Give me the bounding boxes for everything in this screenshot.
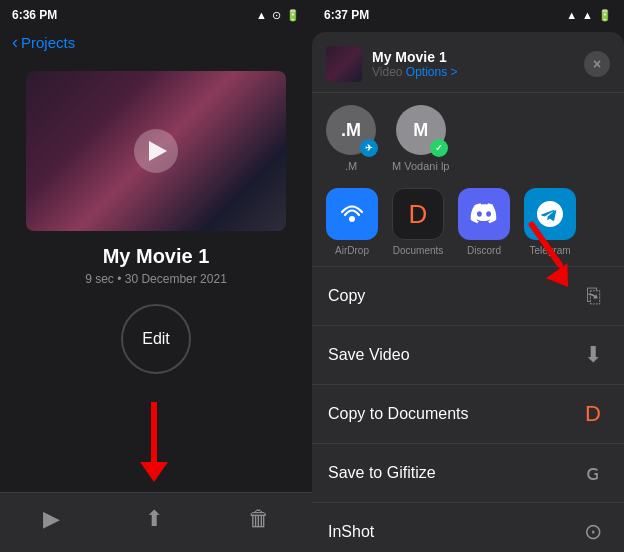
options-link[interactable]: Options > <box>406 65 458 79</box>
contact-avatar-mv: M ✓ <box>396 105 446 155</box>
contact-avatar-m: .M ✈ <box>326 105 376 155</box>
share-title-block: My Movie 1 Video Options > <box>326 46 458 82</box>
signal-icon: ▲ <box>256 9 267 21</box>
app-row: AirDrop D Documents Discord <box>312 180 624 267</box>
action-list: Copy ⎘ Save Video ⬇ Copy to Documents D … <box>312 267 624 552</box>
contact-label-m: .M <box>345 160 357 172</box>
play-toolbar-icon[interactable]: ▶ <box>43 506 60 532</box>
arrow-head <box>140 462 168 482</box>
arrow-shaft <box>151 402 157 462</box>
action-inshot-label: InShot <box>328 523 374 541</box>
share-sheet: My Movie 1 Video Options > × .M ✈ .M <box>312 32 624 552</box>
back-button[interactable]: ‹ Projects <box>12 32 75 53</box>
bottom-toolbar: ▶ ⬆ 🗑 <box>0 492 312 552</box>
nav-bar-left: ‹ Projects <box>0 28 312 61</box>
gifitize-icon: ɢ <box>586 460 600 486</box>
arrow-down-indicator <box>140 402 168 482</box>
contacts-row: .M ✈ .M M ✓ M Vodani lp <box>312 93 624 180</box>
status-bar-left: 6:36 PM ▲ ⊙ 🔋 <box>0 0 312 28</box>
inshot-icon-wrap: ⊙ <box>578 517 608 547</box>
close-button[interactable]: × <box>584 51 610 77</box>
app-item-airdrop[interactable]: AirDrop <box>326 188 378 256</box>
edit-button[interactable]: Edit <box>121 304 191 374</box>
share-title-text: My Movie 1 Video Options > <box>372 49 458 79</box>
action-inshot[interactable]: InShot ⊙ <box>312 503 624 552</box>
inshot-icon: ⊙ <box>584 519 602 545</box>
share-header: My Movie 1 Video Options > × <box>312 32 624 93</box>
video-thumbnail[interactable] <box>26 71 286 231</box>
edit-button-wrap: Edit <box>0 304 312 374</box>
right-panel: 6:37 PM ▲ ▲ 🔋 My Movie 1 Video Options >… <box>312 0 624 552</box>
copy-icon-wrap: ⎘ <box>578 281 608 311</box>
copy-docs-icon: D <box>585 401 601 427</box>
back-label: Projects <box>21 34 75 51</box>
app-item-documents[interactable]: D Documents <box>392 188 444 256</box>
airdrop-svg <box>338 200 366 228</box>
save-video-icon: ⬇ <box>584 342 602 368</box>
battery-icon-r: 🔋 <box>598 9 612 22</box>
action-gifitize[interactable]: Save to Gifitize ɢ <box>312 444 624 503</box>
discord-icon <box>458 188 510 240</box>
airdrop-label: AirDrop <box>335 245 369 256</box>
action-save-video[interactable]: Save Video ⬇ <box>312 326 624 385</box>
documents-icon-glyph: D <box>409 199 428 230</box>
delete-toolbar-icon[interactable]: 🗑 <box>248 506 270 532</box>
svg-point-0 <box>349 216 355 222</box>
share-toolbar-icon[interactable]: ⬆ <box>145 506 163 532</box>
documents-icon: D <box>392 188 444 240</box>
telegram-badge: ✈ <box>360 139 378 157</box>
contact-initials-mv: M <box>413 120 428 141</box>
discord-svg <box>470 203 498 225</box>
contact-initials-m: .M <box>341 120 361 141</box>
status-bar-right: 6:37 PM ▲ ▲ 🔋 <box>312 0 624 28</box>
airdrop-icon <box>326 188 378 240</box>
action-copy-documents[interactable]: Copy to Documents D <box>312 385 624 444</box>
video-label: Video <box>372 65 402 79</box>
time-right: 6:37 PM <box>324 8 369 22</box>
documents-label: Documents <box>393 245 444 256</box>
action-copy-label: Copy <box>328 287 365 305</box>
action-copy-documents-label: Copy to Documents <box>328 405 469 423</box>
signal-icon-r: ▲ <box>566 9 577 21</box>
status-icons-right: ▲ ▲ 🔋 <box>566 9 612 22</box>
battery-icon: 🔋 <box>286 9 300 22</box>
movie-title-left: My Movie 1 <box>0 245 312 268</box>
wifi-icon: ⊙ <box>272 9 281 22</box>
left-panel: 6:36 PM ▲ ⊙ 🔋 ‹ Projects My Movie 1 9 se… <box>0 0 312 552</box>
contact-item-mv[interactable]: M ✓ M Vodani lp <box>392 105 449 172</box>
action-gifitize-label: Save to Gifitize <box>328 464 436 482</box>
copy-docs-icon-wrap: D <box>578 399 608 429</box>
discord-label: Discord <box>467 245 501 256</box>
telegram-svg <box>537 201 563 227</box>
save-video-icon-wrap: ⬇ <box>578 340 608 370</box>
action-copy[interactable]: Copy ⎘ <box>312 267 624 326</box>
contact-label-mv: M Vodani lp <box>392 160 449 172</box>
movie-meta: 9 sec • 30 December 2021 <box>0 272 312 286</box>
action-save-video-label: Save Video <box>328 346 410 364</box>
play-icon <box>149 141 167 161</box>
whatsapp-badge: ✓ <box>430 139 448 157</box>
gifitize-icon-wrap: ɢ <box>578 458 608 488</box>
time-left: 6:36 PM <box>12 8 57 22</box>
contact-item[interactable]: .M ✈ .M <box>326 105 376 172</box>
share-movie-title: My Movie 1 <box>372 49 458 65</box>
movie-thumb-small <box>326 46 362 82</box>
status-icons-left: ▲ ⊙ 🔋 <box>256 9 300 22</box>
back-chevron-icon: ‹ <box>12 32 18 53</box>
copy-icon: ⎘ <box>587 283 600 309</box>
movie-info: My Movie 1 9 sec • 30 December 2021 <box>0 245 312 286</box>
share-subtitle: Video Options > <box>372 65 458 79</box>
location-icon: ▲ <box>582 9 593 21</box>
play-button[interactable] <box>134 129 178 173</box>
app-item-discord[interactable]: Discord <box>458 188 510 256</box>
